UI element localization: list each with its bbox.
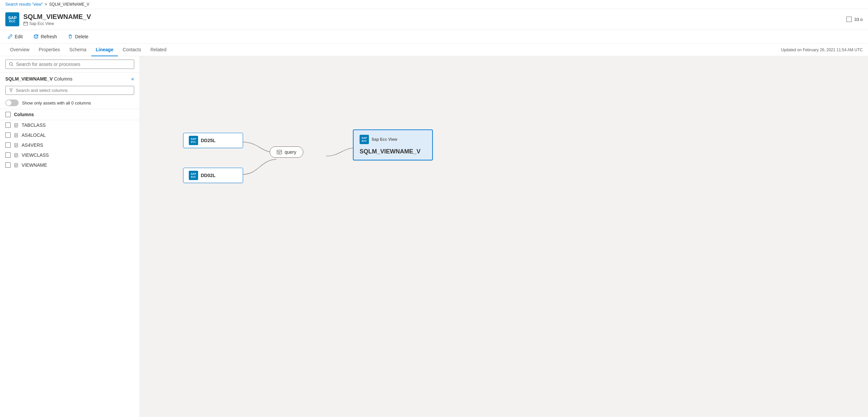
svg-point-5: [9, 63, 12, 65]
columns-panel-header: SQLM_VIEWNAME_V Columns «: [0, 72, 140, 84]
asset-search-wrapper: [0, 56, 140, 72]
node-dd25l[interactable]: SAP ECC DD25L: [183, 133, 243, 148]
header-count: 33 o: [854, 17, 863, 22]
dd02l-label: DD02L: [201, 173, 215, 178]
col-items-container: TABCLASS AS4LOCAL AS4VERS: [0, 120, 140, 170]
refresh-button[interactable]: Refresh: [31, 33, 59, 41]
node-query[interactable]: query: [270, 147, 303, 158]
lineage-svg: [140, 56, 868, 417]
toggle-label: Show only assets with all 0 columns: [22, 100, 91, 105]
breadcrumb-link[interactable]: Search results "view": [5, 2, 43, 7]
col-name-viewname: VIEWNAME: [22, 162, 47, 168]
columns-panel-title-bold: SQLM_VIEWNAME_V: [5, 76, 53, 82]
delete-button[interactable]: Delete: [66, 33, 90, 41]
breadcrumb-separator: >: [45, 2, 47, 7]
collapse-button[interactable]: «: [131, 76, 134, 82]
toolbar: Edit Refresh Delete: [0, 30, 868, 43]
col-icon-as4local: [14, 133, 18, 137]
col-search-inner: [5, 86, 134, 95]
col-item-viewname[interactable]: VIEWNAME: [0, 160, 140, 170]
asset-type: Sap Ecc View: [29, 21, 54, 26]
svg-line-6: [12, 65, 13, 66]
col-checkbox-as4vers[interactable]: [5, 142, 11, 148]
header-right: 33 o: [846, 17, 863, 22]
toggle-row: Show only assets with all 0 columns: [0, 97, 140, 109]
col-checkbox-viewclass[interactable]: [5, 153, 11, 158]
logo-ecc-text: ECC: [9, 20, 15, 23]
col-name-as4local: AS4LOCAL: [22, 132, 45, 138]
col-name-viewclass: VIEWCLASS: [22, 153, 49, 158]
col-search-wrapper: [0, 84, 140, 97]
columns-panel: SQLM_VIEWNAME_V Columns « Show only asse…: [0, 72, 140, 417]
tab-properties[interactable]: Properties: [34, 43, 65, 56]
target-sap-icon: SAP ECC: [360, 135, 369, 144]
refresh-icon: [33, 34, 39, 39]
tab-overview[interactable]: Overview: [5, 43, 34, 56]
dd25l-label: DD25L: [201, 138, 215, 143]
edit-icon: [7, 34, 13, 39]
col-icon-viewname: [14, 163, 18, 167]
view-icon: [23, 21, 28, 26]
node-dd02l[interactable]: SAP ECC DD02L: [183, 168, 243, 183]
delete-label: Delete: [75, 34, 88, 39]
svg-rect-3: [69, 35, 71, 38]
col-icon-viewclass: [14, 153, 18, 157]
col-icon-tabclass: [14, 123, 18, 127]
breadcrumb-current: SQLM_VIEWNAME_V: [49, 2, 90, 7]
col-search-icon: [9, 88, 13, 93]
dd25l-sap-icon: SAP ECC: [189, 136, 198, 145]
tabs-updated: Updated on February 26, 2021 11:54 AM UT…: [781, 47, 863, 52]
edit-label: Edit: [14, 34, 23, 39]
canvas-area: SAP ECC DD25L SAP ECC DD02L query: [140, 56, 868, 417]
asset-title-block: SQLM_VIEWNAME_V Sap Ecc View: [23, 13, 842, 26]
dd02l-sap-icon: SAP ECC: [189, 171, 198, 180]
asset-search-outer: [5, 60, 134, 69]
svg-marker-7: [10, 89, 13, 92]
node-target[interactable]: SAP ECC Sap Ecc View SQLM_VIEWNAME_V: [353, 129, 433, 160]
search-icon: [9, 62, 13, 67]
refresh-label: Refresh: [41, 34, 57, 39]
query-label: query: [285, 150, 296, 155]
col-search-input[interactable]: [16, 88, 130, 93]
svg-rect-0: [24, 22, 28, 25]
col-item-viewclass[interactable]: VIEWCLASS: [0, 150, 140, 160]
target-title: SQLM_VIEWNAME_V: [360, 148, 421, 155]
left-panel: SQLM_VIEWNAME_V Columns « Show only asse…: [0, 56, 140, 417]
asset-header: SAP ECC SQLM_VIEWNAME_V Sap Ecc View 33 …: [0, 9, 868, 30]
breadcrumb: Search results "view" > SQLM_VIEWNAME_V: [0, 0, 868, 9]
tab-schema[interactable]: Schema: [65, 43, 91, 56]
col-list-header: Columns: [0, 109, 140, 120]
tabs-bar: Overview Properties Schema Lineage Conta…: [0, 43, 868, 56]
edit-button[interactable]: Edit: [5, 33, 25, 41]
col-icon-as4vers: [14, 143, 18, 148]
asset-search-input[interactable]: [16, 62, 130, 67]
delete-icon: [68, 34, 73, 39]
col-checkbox-viewname[interactable]: [5, 162, 11, 168]
col-item-as4local[interactable]: AS4LOCAL: [0, 130, 140, 140]
columns-select-all-checkbox[interactable]: [5, 112, 11, 117]
tab-contacts[interactable]: Contacts: [118, 43, 146, 56]
svg-rect-28: [277, 150, 282, 154]
columns-header-label: Columns: [14, 112, 34, 117]
tab-lineage[interactable]: Lineage: [91, 43, 118, 56]
asset-subtitle: Sap Ecc View: [23, 21, 842, 26]
col-item-as4vers[interactable]: AS4VERS: [0, 140, 140, 150]
target-subtitle: Sap Ecc View: [372, 137, 397, 142]
col-checkbox-tabclass[interactable]: [5, 123, 11, 128]
sap-logo: SAP ECC: [5, 12, 19, 26]
asset-title: SQLM_VIEWNAME_V: [23, 13, 842, 21]
target-header: SAP ECC Sap Ecc View: [360, 135, 397, 144]
col-name-as4vers: AS4VERS: [22, 142, 43, 148]
columns-panel-title: SQLM_VIEWNAME_V Columns: [5, 76, 72, 82]
header-checkbox[interactable]: [846, 17, 852, 22]
query-icon: [277, 150, 282, 155]
col-name-tabclass: TABCLASS: [22, 123, 45, 128]
tab-related[interactable]: Related: [146, 43, 171, 56]
col-checkbox-as4local[interactable]: [5, 132, 11, 138]
toggle-switch[interactable]: [5, 99, 19, 106]
col-item-tabclass[interactable]: TABCLASS: [0, 120, 140, 130]
main-area: SQLM_VIEWNAME_V Columns « Show only asse…: [0, 56, 868, 417]
columns-panel-title-normal: Columns: [54, 76, 72, 82]
